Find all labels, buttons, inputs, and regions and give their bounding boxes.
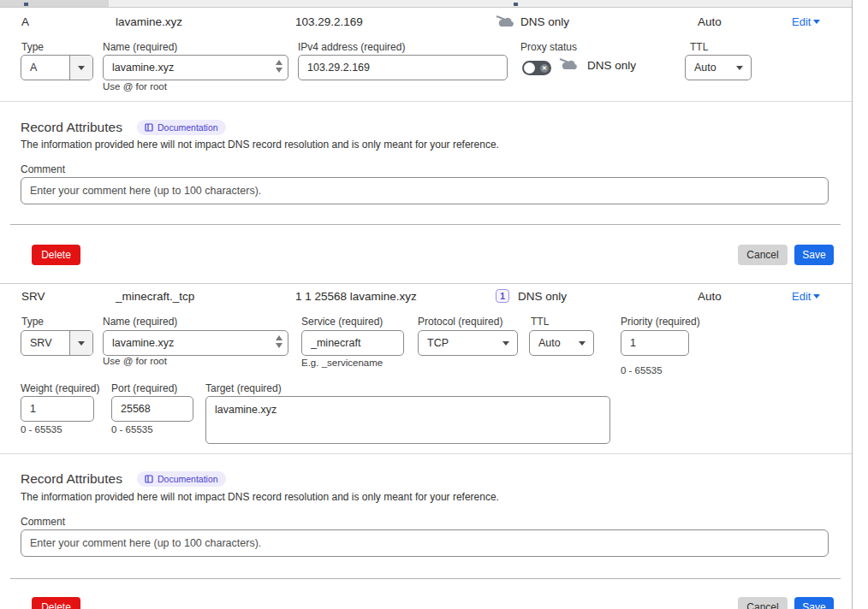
priority-input[interactable] xyxy=(621,330,689,356)
save-button[interactable]: Save xyxy=(794,597,834,609)
comment-input[interactable] xyxy=(21,177,829,204)
proxy-status-label: Proxy status xyxy=(520,41,577,53)
name-hint: Use @ for root xyxy=(103,81,167,92)
weight-input[interactable] xyxy=(21,396,94,422)
service-hint: E.g. _servicename xyxy=(301,358,383,368)
book-icon xyxy=(145,475,153,483)
edit-label: Edit xyxy=(792,290,811,303)
comment-label: Comment xyxy=(21,516,65,528)
record-attributes-title: Record Attributes xyxy=(21,471,122,487)
attributes-description: The information provided here will not i… xyxy=(21,139,499,151)
proxy-toggle[interactable]: ✕ xyxy=(522,61,551,75)
weight-label: Weight (required) xyxy=(21,382,99,394)
footer-divider xyxy=(10,578,841,579)
documentation-badge[interactable]: Documentation xyxy=(137,120,226,135)
select-arrow-button[interactable] xyxy=(69,56,92,80)
proxy-value-text: DNS only xyxy=(587,59,636,72)
record-attributes-title: Record Attributes xyxy=(21,120,122,135)
spinner-up-icon xyxy=(276,60,282,65)
ttl-label: TTL xyxy=(531,316,549,328)
ipv4-input[interactable] xyxy=(298,55,508,80)
chevron-down-icon xyxy=(813,20,820,24)
save-button[interactable]: Save xyxy=(794,245,834,265)
type-label: Type xyxy=(21,41,44,53)
ttl-value: Auto xyxy=(698,15,722,28)
proxy-status-text: DNS only xyxy=(518,290,567,303)
chevron-down-icon xyxy=(736,66,743,70)
proxy-status-text: DNS only xyxy=(520,15,569,28)
record-content: 103.29.2.169 xyxy=(295,15,363,28)
name-label: Name (required) xyxy=(103,316,177,328)
name-label: Name (required) xyxy=(103,41,177,53)
type-select[interactable]: SRV xyxy=(21,330,93,356)
port-input[interactable] xyxy=(111,396,193,422)
cancel-button[interactable]: Cancel xyxy=(738,597,788,609)
spinner-down-icon xyxy=(276,68,282,73)
spinner-up-icon xyxy=(276,335,282,340)
attributes-description: The information provided here will not i… xyxy=(21,491,499,503)
service-label: Service (required) xyxy=(301,316,383,328)
chevron-down-icon xyxy=(502,341,509,346)
table-header-type-cell xyxy=(0,0,109,7)
delete-button[interactable]: Delete xyxy=(32,597,80,609)
service-input[interactable] xyxy=(301,330,404,356)
spinner-arrows[interactable] xyxy=(276,335,282,348)
ipv4-label: IPv4 address (required) xyxy=(298,41,405,53)
name-field-wrap xyxy=(103,55,288,80)
port-label: Port (required) xyxy=(111,382,177,394)
documentation-label: Documentation xyxy=(158,474,218,484)
dns-only-cloud-icon xyxy=(558,57,579,74)
section-divider xyxy=(0,101,852,102)
ttl-select-value: Auto xyxy=(538,337,561,349)
record-name: lavamine.xyz xyxy=(116,15,182,28)
table-header-strip xyxy=(0,0,852,8)
chevron-down-icon xyxy=(78,341,85,346)
priority-hint: 0 - 65535 xyxy=(621,365,663,375)
weight-hint: 0 - 65535 xyxy=(21,424,62,435)
toggle-knob xyxy=(524,62,535,74)
ttl-select-value: Auto xyxy=(694,62,716,74)
protocol-select[interactable]: TCP xyxy=(418,330,518,356)
type-select-value: A xyxy=(21,62,69,74)
protocol-label: Protocol (required) xyxy=(418,316,502,328)
edit-label: Edit xyxy=(792,15,811,28)
comment-input[interactable] xyxy=(21,529,829,557)
target-label: Target (required) xyxy=(205,382,282,394)
name-field-wrap xyxy=(103,330,288,356)
select-arrow-button[interactable] xyxy=(69,331,92,355)
ttl-label: TTL xyxy=(690,41,708,53)
section-divider xyxy=(0,453,852,454)
cancel-button[interactable]: Cancel xyxy=(738,245,788,265)
port-hint: 0 - 65535 xyxy=(111,424,153,435)
record-count-badge: 1 xyxy=(496,289,509,303)
type-select-value: SRV xyxy=(21,337,69,349)
chevron-down-icon xyxy=(579,341,586,346)
spinner-arrows[interactable] xyxy=(276,60,282,73)
documentation-badge[interactable]: Documentation xyxy=(137,471,226,487)
delete-button[interactable]: Delete xyxy=(32,245,80,265)
toggle-off-x-icon: ✕ xyxy=(540,64,549,73)
record-content: 1 1 25568 lavamine.xyz xyxy=(295,290,417,303)
spinner-down-icon xyxy=(276,343,282,348)
priority-label: Priority (required) xyxy=(621,316,700,328)
record-separator xyxy=(0,283,852,284)
name-hint: Use @ for root xyxy=(103,356,167,366)
ttl-value: Auto xyxy=(698,290,722,303)
edit-record-button[interactable]: Edit xyxy=(792,15,820,28)
name-input[interactable] xyxy=(103,55,288,80)
header-text-remnant xyxy=(24,3,28,6)
documentation-label: Documentation xyxy=(158,122,218,133)
record-type: SRV xyxy=(21,290,45,303)
comment-label: Comment xyxy=(21,163,65,175)
ttl-select[interactable]: Auto xyxy=(685,55,752,80)
target-textarea[interactable]: lavamine.xyz xyxy=(205,396,610,444)
edit-record-button[interactable]: Edit xyxy=(792,290,820,303)
header-text-remnant xyxy=(514,3,518,6)
ttl-select[interactable]: Auto xyxy=(529,330,594,356)
protocol-select-value: TCP xyxy=(427,337,449,349)
record-type: A xyxy=(21,15,29,28)
book-icon xyxy=(145,123,153,132)
type-select[interactable]: A xyxy=(21,55,93,80)
name-input[interactable] xyxy=(103,330,288,356)
footer-divider xyxy=(10,224,841,225)
